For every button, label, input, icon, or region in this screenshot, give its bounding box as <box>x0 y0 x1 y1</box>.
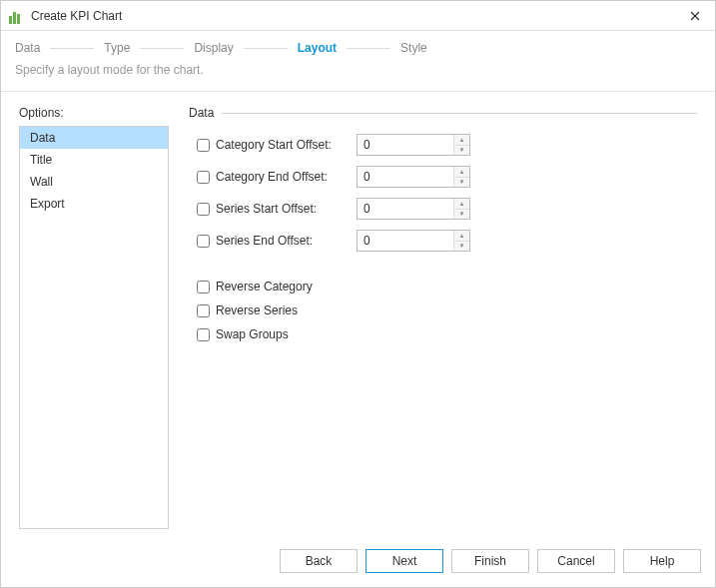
section-header: Data <box>189 106 697 120</box>
spinner-up-icon[interactable]: ▲ <box>454 231 469 242</box>
label-series-end-offset: Series End Offset: <box>197 234 357 248</box>
checkbox-series-start-offset[interactable] <box>197 203 210 216</box>
text-series-start-offset: Series Start Offset: <box>216 202 317 216</box>
step-divider <box>347 48 390 49</box>
close-icon <box>690 11 700 21</box>
checkbox-swap-groups[interactable] <box>197 328 210 341</box>
spinner-down-icon[interactable]: ▼ <box>454 178 469 188</box>
spinner-up-icon[interactable]: ▲ <box>454 135 469 146</box>
checkbox-reverse-category[interactable] <box>197 281 210 294</box>
text-reverse-category: Reverse Category <box>216 280 313 294</box>
row-category-end-offset: Category End Offset: ▲ ▼ <box>189 166 697 188</box>
spinner-category-end-offset: ▲ ▼ <box>357 166 470 188</box>
input-category-end-offset[interactable] <box>358 167 453 187</box>
settings-column: Data Category Start Offset: ▲ ▼ <box>189 106 697 529</box>
options-list[interactable]: Data Title Wall Export <box>19 126 169 529</box>
spinner-up-icon[interactable]: ▲ <box>454 167 469 178</box>
spinner-series-start-offset: ▲ ▼ <box>357 198 470 220</box>
wizard-steps: Data Type Display Layout Style <box>1 31 715 61</box>
create-kpi-chart-dialog: Create KPI Chart Data Type Display Layou… <box>0 0 716 588</box>
spinner-category-start-offset: ▲ ▼ <box>357 134 470 156</box>
step-layout[interactable]: Layout <box>298 41 337 55</box>
dialog-title: Create KPI Chart <box>31 9 683 23</box>
label-category-start-offset: Category Start Offset: <box>197 138 357 152</box>
help-button[interactable]: Help <box>623 549 701 573</box>
section-line <box>222 113 697 114</box>
options-label: Options: <box>19 106 169 120</box>
row-series-start-offset: Series Start Offset: ▲ ▼ <box>189 198 697 220</box>
spinner-buttons: ▲ ▼ <box>453 231 469 251</box>
spinner-down-icon[interactable]: ▼ <box>454 146 469 156</box>
titlebar: Create KPI Chart <box>1 1 715 31</box>
spinner-down-icon[interactable]: ▼ <box>454 242 469 252</box>
step-style[interactable]: Style <box>400 41 427 55</box>
next-button[interactable]: Next <box>365 549 443 573</box>
subtitle: Specify a layout mode for the chart. <box>1 61 715 91</box>
row-reverse-series: Reverse Series <box>189 303 697 317</box>
step-type[interactable]: Type <box>104 41 130 55</box>
step-divider <box>50 48 94 49</box>
step-divider <box>244 48 288 49</box>
spinner-buttons: ▲ ▼ <box>453 167 469 187</box>
checkbox-series-end-offset[interactable] <box>197 235 210 248</box>
text-category-start-offset: Category Start Offset: <box>216 138 332 152</box>
checkbox-reverse-series[interactable] <box>197 304 210 317</box>
step-data[interactable]: Data <box>15 41 40 55</box>
step-display[interactable]: Display <box>194 41 233 55</box>
options-column: Options: Data Title Wall Export <box>19 106 169 529</box>
spinner-buttons: ▲ ▼ <box>453 199 469 219</box>
content-area: Options: Data Title Wall Export Data Cat… <box>1 92 715 539</box>
cancel-button[interactable]: Cancel <box>537 549 615 573</box>
input-series-end-offset[interactable] <box>358 231 453 251</box>
back-button[interactable]: Back <box>280 549 358 573</box>
spinner-down-icon[interactable]: ▼ <box>454 210 469 220</box>
section-title: Data <box>189 106 214 120</box>
row-swap-groups: Swap Groups <box>189 327 697 341</box>
chart-icon <box>9 8 25 24</box>
input-series-start-offset[interactable] <box>358 199 453 219</box>
options-item-wall[interactable]: Wall <box>20 171 168 193</box>
close-button[interactable] <box>683 4 707 28</box>
spinner-buttons: ▲ ▼ <box>453 135 469 155</box>
step-divider <box>140 48 184 49</box>
text-series-end-offset: Series End Offset: <box>216 234 313 248</box>
checkbox-category-end-offset[interactable] <box>197 171 210 184</box>
text-reverse-series: Reverse Series <box>216 303 298 317</box>
text-category-end-offset: Category End Offset: <box>216 170 328 184</box>
footer: Back Next Finish Cancel Help <box>1 539 715 587</box>
row-category-start-offset: Category Start Offset: ▲ ▼ <box>189 134 697 156</box>
text-swap-groups: Swap Groups <box>216 327 289 341</box>
spinner-up-icon[interactable]: ▲ <box>454 199 469 210</box>
checkbox-category-start-offset[interactable] <box>197 139 210 152</box>
finish-button[interactable]: Finish <box>451 549 529 573</box>
options-item-data[interactable]: Data <box>20 127 168 149</box>
label-series-start-offset: Series Start Offset: <box>197 202 357 216</box>
input-category-start-offset[interactable] <box>358 135 453 155</box>
row-series-end-offset: Series End Offset: ▲ ▼ <box>189 230 697 252</box>
options-item-export[interactable]: Export <box>20 193 168 215</box>
row-reverse-category: Reverse Category <box>189 280 697 294</box>
label-category-end-offset: Category End Offset: <box>197 170 357 184</box>
options-item-title[interactable]: Title <box>20 149 168 171</box>
spinner-series-end-offset: ▲ ▼ <box>357 230 470 252</box>
